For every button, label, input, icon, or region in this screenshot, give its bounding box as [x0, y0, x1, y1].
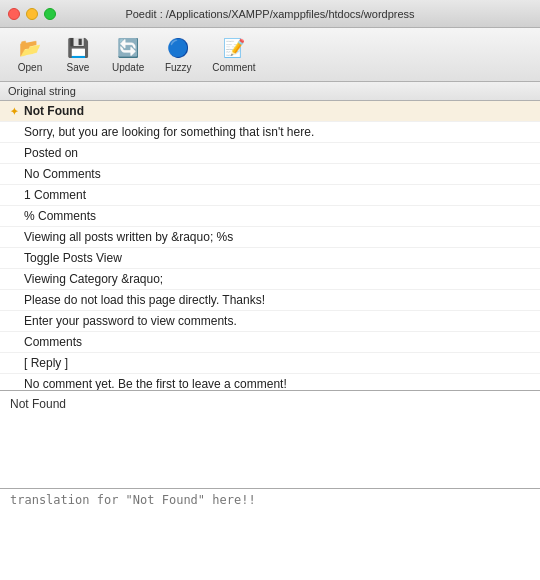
toolbar: 📂 Open 💾 Save 🔄 Update 🔵 Fuzzy 📝 Comment	[0, 28, 540, 82]
column-header: Original string	[0, 82, 540, 101]
close-button[interactable]	[8, 8, 20, 20]
fuzzy-label: Fuzzy	[165, 62, 192, 73]
string-list[interactable]: ✦Not FoundSorry, but you are looking for…	[0, 101, 540, 391]
comment-icon: 📝	[222, 36, 246, 60]
comment-button[interactable]: 📝 Comment	[204, 32, 263, 77]
open-icon: 📂	[18, 36, 42, 60]
open-button[interactable]: 📂 Open	[8, 32, 52, 77]
list-item[interactable]: % Comments	[0, 206, 540, 227]
fuzzy-button[interactable]: 🔵 Fuzzy	[156, 32, 200, 77]
list-item[interactable]: Viewing all posts written by &raquo; %s	[0, 227, 540, 248]
list-item[interactable]: ✦Not Found	[0, 101, 540, 122]
save-icon: 💾	[66, 36, 90, 60]
list-item[interactable]: Enter your password to view comments.	[0, 311, 540, 332]
save-label: Save	[67, 62, 90, 73]
window-controls	[8, 8, 56, 20]
source-text: Not Found	[0, 391, 540, 489]
list-item[interactable]: Please do not load this page directly. T…	[0, 290, 540, 311]
save-button[interactable]: 💾 Save	[56, 32, 100, 77]
list-item[interactable]: Toggle Posts View	[0, 248, 540, 269]
bottom-section: Not Found	[0, 391, 540, 580]
update-label: Update	[112, 62, 144, 73]
title-bar: Poedit : /Applications/XAMPP/xamppfiles/…	[0, 0, 540, 28]
update-icon: 🔄	[116, 36, 140, 60]
list-item[interactable]: No comment yet. Be the first to leave a …	[0, 374, 540, 391]
open-label: Open	[18, 62, 42, 73]
list-item[interactable]: Posted on	[0, 143, 540, 164]
fuzzy-icon: 🔵	[166, 36, 190, 60]
translation-input[interactable]	[0, 489, 540, 581]
minimize-button[interactable]	[26, 8, 38, 20]
list-item[interactable]: Comments	[0, 332, 540, 353]
list-item[interactable]: No Comments	[0, 164, 540, 185]
star-icon: ✦	[10, 106, 18, 117]
comment-label: Comment	[212, 62, 255, 73]
window-title: Poedit : /Applications/XAMPP/xamppfiles/…	[125, 8, 414, 20]
list-item[interactable]: 1 Comment	[0, 185, 540, 206]
list-item[interactable]: Sorry, but you are looking for something…	[0, 122, 540, 143]
maximize-button[interactable]	[44, 8, 56, 20]
list-item[interactable]: Viewing Category &raquo;	[0, 269, 540, 290]
list-item[interactable]: [ Reply ]	[0, 353, 540, 374]
update-button[interactable]: 🔄 Update	[104, 32, 152, 77]
